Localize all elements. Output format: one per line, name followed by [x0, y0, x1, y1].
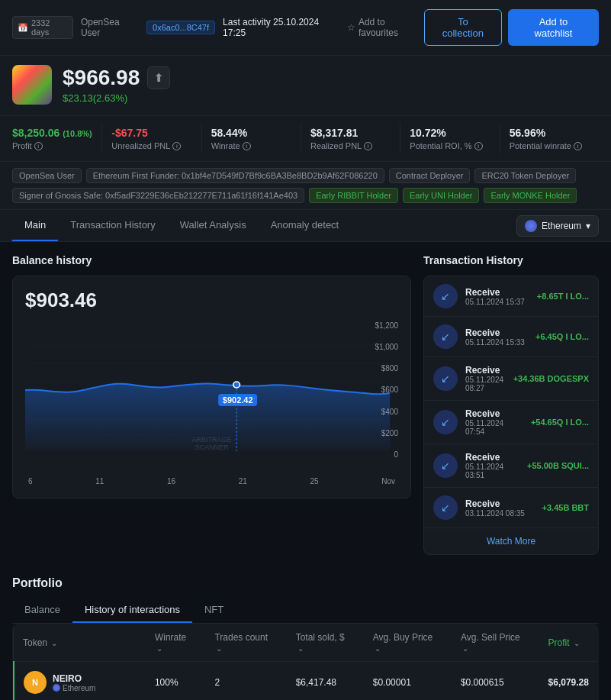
- tag-monke: Early MONKE Holder: [484, 188, 577, 203]
- stat-profit: $8,250.06 (10.8%) Profit i: [12, 124, 102, 153]
- td-profit-neiro: $6,079.28: [539, 662, 599, 701]
- header-right: To collection Add to watchlist: [424, 9, 599, 46]
- balance-section-title: Balance history: [12, 254, 411, 266]
- trades-sort-icon: ⌄: [216, 644, 222, 653]
- stat-potential-winrate: 56.96% Potential winrate i: [500, 124, 599, 153]
- portfolio-title: Portfolio: [12, 567, 599, 598]
- th-winrate[interactable]: Winrate ⌄: [146, 624, 205, 662]
- tx-amount-1: +8.65T I LO...: [537, 292, 589, 301]
- portfolio-table: Token ⌄ Winrate ⌄ Trades count ⌄ Total s…: [12, 624, 599, 700]
- tx-info-1: Receive 05.11.2024 15:37: [465, 287, 529, 306]
- tag-ribbit: Early RIBBIT Holder: [309, 188, 398, 203]
- tab-transaction-history[interactable]: Transaction History: [58, 210, 168, 241]
- winrate-info-icon: i: [243, 142, 251, 150]
- tx-receive-icon-4: ↙: [433, 410, 458, 434]
- th-avg-buy[interactable]: Avg. Buy Price ⌄: [364, 624, 452, 662]
- tx-item-6: ↙ Receive 03.11.2024 08:35 +3.45B BBT: [424, 488, 598, 528]
- stat-unrealized-label: Unrealized PNL i: [111, 141, 191, 150]
- td-winrate-neiro: 100%: [146, 662, 205, 701]
- tx-receive-icon-3: ↙: [433, 366, 458, 391]
- th-total-sold[interactable]: Total sold, $ ⌄: [287, 624, 364, 662]
- roi-info-icon: i: [474, 142, 483, 150]
- td-buy-neiro: $0.00001: [364, 662, 452, 701]
- th-token[interactable]: Token ⌄: [14, 624, 146, 662]
- stat-realized-value: $8,317.81: [310, 127, 391, 139]
- tab-anomaly-detect[interactable]: Anomaly detect: [259, 210, 352, 241]
- sold-sort-icon: ⌄: [297, 644, 304, 653]
- tx-time-1: 05.11.2024 15:37: [465, 298, 529, 306]
- stat-winrate: 58.44% Winrate i: [202, 124, 301, 153]
- tx-receive-icon-5: ↙: [433, 453, 458, 478]
- th-avg-sell[interactable]: Avg. Sell Price ⌄: [452, 624, 539, 662]
- add-watchlist-button[interactable]: Add to watchlist: [508, 9, 599, 46]
- tx-time-6: 03.11.2024 08:35: [465, 509, 535, 518]
- tx-time-5: 05.11.2024 03:51: [465, 463, 519, 479]
- stat-roi-value: 10.72%: [410, 127, 490, 139]
- td-trades-neiro: 2: [205, 662, 286, 701]
- tag-erc20-deployer: ERC20 Token Deployer: [474, 168, 576, 183]
- tx-section-title: Transaction History: [423, 254, 599, 266]
- tag-uni: Early UNI Holder: [403, 188, 480, 203]
- stat-roi-label: Potential ROI, % i: [410, 141, 490, 150]
- profit-sort-icon: ⌄: [574, 639, 580, 647]
- tx-time-4: 05.11.2024 07:54: [465, 419, 523, 436]
- calendar-icon: 📅: [18, 23, 28, 33]
- table-row-neiro: N NEIRO Ethereum 100% 2 $6,417.48: [14, 662, 599, 701]
- tab-main[interactable]: Main: [12, 210, 58, 241]
- last-activity: Last activity 25.10.2024 17:25: [223, 17, 339, 38]
- tag-gnosis: Signer of Gnosis Safe: 0xf5adF3229E36cEb…: [12, 188, 304, 203]
- pwinrate-info-icon: i: [574, 142, 582, 150]
- price-main: $966.98 ⬆: [63, 66, 599, 90]
- tx-amount-4: +54.65Q I LO...: [531, 418, 589, 427]
- price-change: $23.13(2.63%): [63, 92, 599, 104]
- tx-amount-3: +34.36B DOGESPX: [513, 374, 589, 383]
- stat-realized-label: Realized PNL i: [310, 141, 391, 150]
- share-button[interactable]: ⬆: [147, 66, 170, 89]
- neiro-network: Ethereum: [53, 684, 95, 692]
- chart-x-labels: 6 11 16 21 25 Nov: [25, 477, 398, 485]
- tx-receive-icon-1: ↙: [433, 284, 458, 308]
- y-axis-labels: $1,200 $1,000 $800 $600 $400 $200 0: [375, 321, 398, 459]
- tx-receive-icon-2: ↙: [433, 324, 458, 349]
- stat-unrealized-value: -$67.75: [111, 127, 191, 139]
- tx-info-6: Receive 03.11.2024 08:35: [465, 498, 535, 518]
- tabs-nav: Main Transaction History Wallet Analysis…: [0, 210, 611, 242]
- add-favourites-button[interactable]: ☆ Add to favourites: [347, 17, 424, 38]
- to-collection-button[interactable]: To collection: [424, 9, 502, 46]
- main-content: Balance history $903.46: [0, 242, 611, 567]
- sell-sort-icon: ⌄: [462, 644, 468, 653]
- svg-text:N: N: [32, 678, 38, 687]
- th-profit[interactable]: Profit ⌄: [539, 624, 599, 662]
- balance-value: $903.46: [25, 289, 398, 312]
- ptab-balance[interactable]: Balance: [12, 598, 72, 623]
- unrealized-info-icon: i: [172, 142, 181, 150]
- ptab-history[interactable]: History of interactions: [72, 598, 192, 623]
- wallet-price: $966.98: [63, 66, 140, 90]
- table-body: N NEIRO Ethereum 100% 2 $6,417.48: [14, 662, 599, 701]
- network-label: Ethereum: [542, 221, 581, 231]
- star-icon: ☆: [347, 22, 355, 33]
- address-tag[interactable]: 0x6ac0...8C47f: [146, 21, 215, 34]
- th-trades[interactable]: Trades count ⌄: [205, 624, 286, 662]
- tx-amount-6: +3.45B BBT: [542, 503, 589, 512]
- stat-pwinrate-value: 56.96%: [510, 127, 590, 139]
- neiro-name: NEIRO: [53, 673, 95, 684]
- watch-more-button[interactable]: Watch More: [424, 528, 598, 554]
- header-left: 📅 2332 days OpenSea User 0x6ac0...8C47f …: [12, 16, 424, 39]
- tab-wallet-analysis[interactable]: Wallet Analysis: [168, 210, 259, 241]
- neiro-token-icon: N: [24, 671, 47, 694]
- tx-item-2: ↙ Receive 05.11.2024 15:33 +6.45Q I LO..…: [424, 317, 598, 357]
- tx-time-3: 05.11.2024 08:27: [465, 376, 506, 392]
- realized-info-icon: i: [364, 142, 372, 150]
- ptab-nft[interactable]: NFT: [192, 598, 236, 623]
- eth-icon: [525, 220, 537, 232]
- buy-sort-icon: ⌄: [375, 644, 381, 653]
- tag-eth-funder: Ethereum First Funder: 0x1bf4e7D549fD7Bf…: [86, 168, 384, 183]
- stat-pwinrate-label: Potential winrate i: [510, 141, 590, 150]
- network-selector[interactable]: Ethereum ▾: [516, 215, 599, 237]
- tx-info-3: Receive 05.11.2024 08:27: [465, 365, 506, 392]
- left-panel: Balance history $903.46: [12, 254, 411, 555]
- tabs-left: Main Transaction History Wallet Analysis…: [12, 210, 351, 241]
- tx-type-6: Receive: [465, 498, 535, 509]
- balance-card: $903.46: [12, 276, 411, 498]
